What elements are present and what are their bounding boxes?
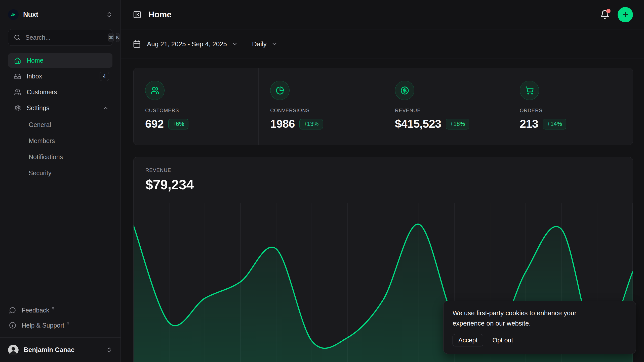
external-link-icon xyxy=(66,322,70,326)
page-title: Home xyxy=(148,10,600,19)
sidebar-item-home[interactable]: Home xyxy=(8,53,112,68)
stat-revenue[interactable]: REVENUE $415,523 +18% xyxy=(383,68,508,145)
revenue-chart-value: $79,234 xyxy=(145,177,621,192)
sidebar-item-label: Customers xyxy=(27,88,109,96)
stat-label: ORDERS xyxy=(520,108,633,113)
chevron-down-icon xyxy=(271,41,278,47)
sidebar-item-label: Inbox xyxy=(27,73,100,80)
collapse-sidebar-button[interactable] xyxy=(133,10,141,19)
granularity-select[interactable]: Daily xyxy=(252,40,278,48)
sidebar-subitem-security[interactable]: Security xyxy=(29,165,112,181)
sidebar-nav: Home Inbox 4 Customers xyxy=(8,53,112,181)
calendar-icon xyxy=(133,40,141,48)
cookie-message: We use first-party cookies to enhance yo… xyxy=(453,308,603,329)
kbd-k: K xyxy=(116,33,119,42)
stat-label: REVENUE xyxy=(395,108,508,113)
gear-icon xyxy=(14,105,21,112)
sidebar: Nuxt ⌘ K Home xyxy=(0,0,121,362)
stat-customers[interactable]: CUSTOMERS 692 +6% xyxy=(134,68,258,145)
subnav-label: Members xyxy=(29,137,55,145)
search-input[interactable] xyxy=(25,34,106,41)
search-icon xyxy=(14,34,20,41)
stat-label: CONVERSIONS xyxy=(270,108,383,113)
chevrons-up-down-icon xyxy=(106,11,112,18)
sidebar-subitem-general[interactable]: General xyxy=(29,117,112,133)
stats-card: CUSTOMERS 692 +6% CONVERSIONS 1986 +13% xyxy=(133,68,633,145)
circle-dollar-icon xyxy=(395,81,414,100)
chevron-up-icon xyxy=(102,105,109,111)
team-switcher[interactable]: Nuxt xyxy=(8,7,112,23)
sidebar-item-customers[interactable]: Customers xyxy=(8,85,112,99)
help-support-link[interactable]: Help & Support xyxy=(8,318,112,333)
revenue-chart-label: REVENUE xyxy=(145,167,621,173)
stat-value: 1986 xyxy=(270,117,295,130)
cookie-accept-button[interactable]: Accept xyxy=(453,334,483,346)
chevron-down-icon xyxy=(231,41,238,47)
feedback-label: Feedback xyxy=(22,307,49,314)
sidebar-subitem-members[interactable]: Members xyxy=(29,133,112,149)
sidebar-item-label: Settings xyxy=(27,104,102,112)
help-support-label: Help & Support xyxy=(22,322,64,329)
sidebar-footer: Feedback Help & Support xyxy=(8,303,112,337)
main-header: Home xyxy=(121,0,644,29)
sidebar-item-inbox[interactable]: Inbox 4 xyxy=(8,69,112,83)
stat-conversions[interactable]: CONVERSIONS 1986 +13% xyxy=(258,68,383,145)
users-icon xyxy=(145,81,165,100)
granularity-label: Daily xyxy=(252,40,267,48)
sidebar-item-settings[interactable]: Settings xyxy=(8,101,112,115)
nuxt-logo-icon xyxy=(8,9,19,20)
notifications-button[interactable] xyxy=(600,10,610,19)
message-bubble-icon xyxy=(9,307,16,314)
subnav-label: Security xyxy=(29,169,51,177)
inbox-icon xyxy=(14,73,21,80)
stat-value: 692 xyxy=(145,117,164,130)
info-circle-icon xyxy=(9,322,16,329)
cookie-banner: We use first-party cookies to enhance yo… xyxy=(443,301,636,354)
stat-delta-badge: +13% xyxy=(299,119,323,129)
settings-subnav: General Members Notifications Security xyxy=(20,117,112,181)
date-range-picker[interactable]: Aug 21, 2025 - Sep 4, 2025 xyxy=(133,40,238,48)
plus-icon xyxy=(622,11,629,18)
search-box[interactable]: ⌘ K xyxy=(8,29,112,46)
pie-chart-icon xyxy=(270,81,290,100)
chevrons-up-down-icon xyxy=(106,347,112,353)
kbd-meta: ⌘ xyxy=(108,33,114,42)
stat-delta-badge: +14% xyxy=(543,119,566,129)
notification-dot xyxy=(606,9,611,13)
team-name: Nuxt xyxy=(23,11,106,19)
subnav-label: General xyxy=(29,121,51,128)
stat-label: CUSTOMERS xyxy=(145,108,258,113)
cookie-optout-button[interactable]: Opt out xyxy=(492,334,513,346)
sidebar-subitem-notifications[interactable]: Notifications xyxy=(29,149,112,165)
subnav-label: Notifications xyxy=(29,153,63,161)
sidebar-item-label: Home xyxy=(27,57,109,64)
feedback-link[interactable]: Feedback xyxy=(8,303,112,318)
inbox-count-badge: 4 xyxy=(100,72,109,81)
user-name: Benjamin Canac xyxy=(24,346,106,354)
shopping-cart-icon xyxy=(520,81,539,100)
stat-delta-badge: +6% xyxy=(168,119,189,129)
user-menu[interactable]: Benjamin Canac xyxy=(0,337,120,362)
add-button[interactable] xyxy=(618,7,633,22)
stat-value: $415,523 xyxy=(395,117,441,130)
home-icon xyxy=(14,57,21,64)
external-link-icon xyxy=(51,306,55,310)
stat-orders[interactable]: ORDERS 213 +14% xyxy=(508,68,633,145)
stat-delta-badge: +18% xyxy=(446,119,469,129)
avatar xyxy=(8,345,19,355)
date-range-label: Aug 21, 2025 - Sep 4, 2025 xyxy=(147,40,227,48)
stat-value: 213 xyxy=(520,117,538,130)
toolbar: Aug 21, 2025 - Sep 4, 2025 Daily xyxy=(121,29,644,59)
users-icon xyxy=(14,89,21,96)
